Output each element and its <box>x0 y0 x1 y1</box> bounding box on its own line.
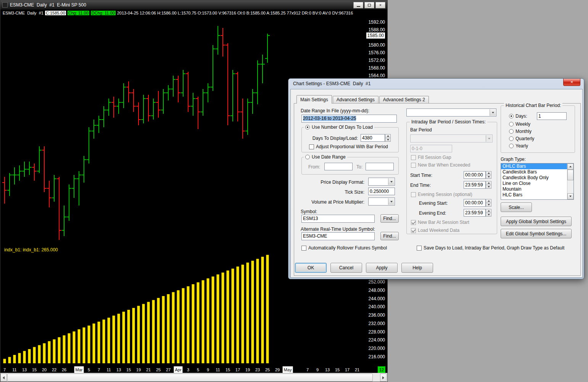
scroll-right-button[interactable] <box>380 374 387 382</box>
alt-symbol-field[interactable]: ESM3-CME <box>301 232 375 240</box>
spin-down-button[interactable] <box>486 185 491 189</box>
bar-period-combo[interactable]: Days-Mins-Secs Per Bar <box>410 134 493 142</box>
end-time-field[interactable]: 23:59:59 <box>464 181 486 189</box>
graph-type-listbox[interactable]: OHLC BarsCandlestick BarsCandlestick Bod… <box>501 163 574 200</box>
scroll-down-button[interactable] <box>567 193 574 199</box>
days-count-field[interactable]: 1 <box>537 112 567 120</box>
tab-advanced-settings[interactable]: Advanced Settings <box>333 96 379 103</box>
days-radio[interactable]: Days: <box>509 113 527 119</box>
spin-down-button[interactable] <box>486 175 491 179</box>
indicator-axis-label: 236.000 <box>369 312 385 318</box>
graph-type-option[interactable]: Candlestick Body Only <box>501 175 567 181</box>
graph-type-option[interactable]: HLC Bars <box>501 192 567 198</box>
start-time-field[interactable]: 00:00:00 <box>464 171 486 179</box>
intraday-group-label: Intraday Bar Period / Session Times: <box>410 119 487 125</box>
combo-arrow-icon[interactable] <box>388 198 394 205</box>
tab-main-settings[interactable]: Main Settings <box>296 95 332 104</box>
evening-session-checkbox[interactable]: Evening Session (optional) <box>411 192 472 197</box>
spin-up-button[interactable] <box>486 181 491 185</box>
date-range-field[interactable]: 2012-03-16 to 2013-04-25 <box>301 115 397 123</box>
close-button[interactable]: × <box>375 2 385 8</box>
spin-up-button[interactable] <box>486 199 491 203</box>
from-field[interactable] <box>324 163 353 170</box>
dialog-close-button[interactable]: × <box>563 79 580 86</box>
weekly-radio[interactable]: Weekly <box>509 121 530 127</box>
apply-global-symbol-settings-button[interactable]: Apply Global Symbol Settings <box>501 217 572 226</box>
price-axis-label: 1592.00 <box>369 19 385 25</box>
save-default-checkbox[interactable]: Save Days to Load, Intraday Bar Period, … <box>417 245 564 251</box>
bar-period-custom-field[interactable]: 0-1-0 <box>410 145 452 152</box>
quarterly-radio[interactable]: Quarterly <box>509 136 534 141</box>
chart-type-combo[interactable]: Historical Chart <box>406 108 496 117</box>
price-display-format-combo[interactable]: .01 <box>368 178 395 186</box>
graph-type-items: OHLC BarsCandlestick BarsCandlestick Bod… <box>501 163 567 199</box>
ok-button[interactable]: OK <box>295 263 327 273</box>
graph-type-option[interactable]: OHLC Bars <box>501 163 567 169</box>
spin-up-button[interactable] <box>486 171 491 175</box>
down-arrow-icon <box>569 196 572 197</box>
evening-end-field[interactable]: 23:59:59 <box>464 209 486 217</box>
spin-down-button[interactable] <box>486 203 491 207</box>
scroll-left-button[interactable] <box>0 374 7 382</box>
radio-icon <box>509 144 514 148</box>
combo-arrow-icon <box>486 135 492 142</box>
spin-up-button[interactable] <box>486 209 491 213</box>
end-time-spinner[interactable] <box>486 181 491 189</box>
new-bar-session-start-checkbox[interactable]: New Bar At Session Start <box>411 220 469 225</box>
graph-type-option[interactable]: Line on Close <box>501 181 567 186</box>
yearly-radio[interactable]: Yearly <box>509 143 528 149</box>
date-label: 23 <box>255 366 260 373</box>
graph-type-option[interactable]: Mountain <box>501 186 567 192</box>
evening-start-spinner[interactable] <box>486 199 491 207</box>
checkbox-icon <box>417 246 422 251</box>
combo-arrow-icon[interactable] <box>490 109 496 116</box>
spin-down-button[interactable] <box>385 138 391 142</box>
horizontal-scrollbar[interactable] <box>0 373 387 382</box>
find-symbol-button[interactable]: Find... <box>380 214 399 223</box>
date-label: May <box>283 366 293 373</box>
monthly-radio[interactable]: Monthly <box>509 129 532 134</box>
date-label-current: 12 <box>378 366 385 373</box>
scrollbar-thumb[interactable] <box>7 374 373 382</box>
days-to-display-field[interactable]: 4380 <box>361 134 385 142</box>
volume-multiplier-combo[interactable]: 5 <box>368 197 395 206</box>
evening-end-spinner[interactable] <box>486 209 491 217</box>
chart-window-titlebar[interactable]: ESM3-CME Daily #1 E-Mini SP 500 × <box>0 0 387 10</box>
checkbox-icon <box>411 220 416 225</box>
help-button[interactable]: Help <box>401 263 433 273</box>
radio-icon <box>509 114 514 118</box>
days-to-display-spinner[interactable] <box>385 134 391 142</box>
scrollbar-thumb[interactable] <box>567 170 574 180</box>
cancel-button[interactable]: Cancel <box>330 263 362 273</box>
new-bar-exceeded-checkbox[interactable]: New Bar When Exceeded <box>411 162 470 168</box>
evening-start-field[interactable]: 00:00:00 <box>464 199 486 207</box>
date-label: 25 <box>156 366 161 373</box>
evening-start-label: Evening Start: <box>419 201 448 206</box>
edit-global-symbol-settings-button[interactable]: Edit Global Symbol Settings... <box>501 229 572 238</box>
to-field[interactable] <box>366 163 394 170</box>
auto-rollover-checkbox[interactable]: Automatically Rollover Futures Symbol <box>301 245 387 251</box>
minimize-button[interactable] <box>353 2 363 8</box>
spin-up-button[interactable] <box>385 134 391 138</box>
use-date-range-radio[interactable]: Use Date Range <box>304 154 347 160</box>
scroll-up-button[interactable] <box>567 163 574 170</box>
graph-type-option[interactable]: Candlestick Bars <box>501 169 567 175</box>
start-time-spinner[interactable] <box>486 171 491 179</box>
fill-session-gap-checkbox[interactable]: Fill Session Gap <box>411 155 451 160</box>
scale-button[interactable]: Scale... <box>501 202 532 212</box>
apply-button[interactable]: Apply <box>366 263 398 273</box>
tab-advanced-settings-2[interactable]: Advanced Settings 2 <box>379 96 429 103</box>
combo-arrow-icon[interactable] <box>388 178 394 185</box>
tick-size-field[interactable]: 0.250000 <box>368 188 395 195</box>
load-weekend-checkbox[interactable]: Load Weekend Data <box>411 228 459 233</box>
date-label: 15 <box>126 366 131 373</box>
use-days-radio[interactable]: Use Number Of Days To Load <box>304 125 374 130</box>
restore-button[interactable] <box>364 2 374 8</box>
find-alt-symbol-button[interactable]: Find... <box>380 232 399 240</box>
symbol-field[interactable]: ESM13 <box>301 215 375 223</box>
date-axis[interactable]: 7111315202226Mar5711131519212527Apr35911… <box>0 366 387 373</box>
checkbox-icon <box>411 228 416 233</box>
spin-down-button[interactable] <box>486 213 491 217</box>
adjust-proportional-checkbox[interactable]: Adjust Proportional With Bar Period <box>309 144 388 149</box>
listbox-scrollbar[interactable] <box>567 163 574 199</box>
